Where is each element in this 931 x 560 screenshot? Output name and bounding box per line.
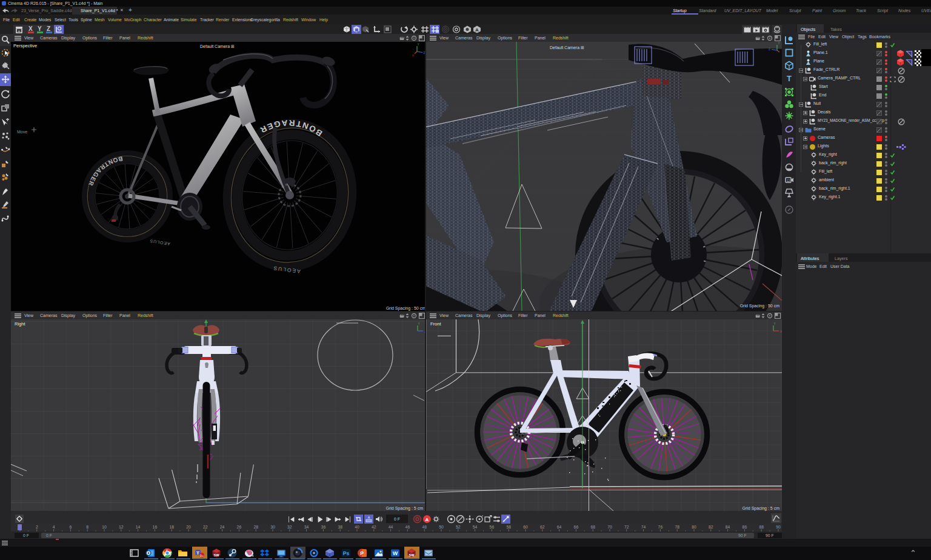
svg-text:Grid Spacing : 5 cm: Grid Spacing : 5 cm — [742, 506, 780, 511]
svg-text:Perspective: Perspective — [13, 43, 37, 48]
svg-text:82: 82 — [709, 525, 713, 529]
svg-text:Z: Z — [769, 47, 770, 51]
svg-text:Right: Right — [15, 321, 25, 327]
svg-text:90: 90 — [776, 525, 781, 529]
svg-text:A: A — [425, 517, 429, 522]
svg-text:Move: Move — [17, 130, 27, 134]
svg-text:2: 2 — [36, 525, 38, 529]
svg-text:68: 68 — [590, 525, 595, 529]
svg-text:36: 36 — [321, 525, 326, 529]
svg-text:50: 50 — [439, 525, 444, 529]
svg-text:58: 58 — [506, 525, 511, 529]
svg-text:52: 52 — [456, 525, 461, 529]
svg-text:SW: SW — [409, 553, 415, 557]
svg-text:22: 22 — [203, 525, 208, 529]
svg-text:64: 64 — [557, 525, 562, 529]
svg-text:Grid Spacing : 50 cm: Grid Spacing : 50 cm — [740, 304, 780, 308]
svg-text:30: 30 — [270, 525, 275, 529]
svg-text:44: 44 — [389, 525, 393, 529]
svg-text:66: 66 — [574, 525, 579, 529]
svg-text:32: 32 — [287, 525, 292, 529]
svg-text:9+: 9+ — [200, 554, 204, 558]
svg-text:46: 46 — [405, 525, 410, 529]
svg-text:62: 62 — [540, 525, 545, 529]
svg-text:48: 48 — [422, 525, 427, 529]
svg-text:10: 10 — [102, 525, 107, 529]
svg-text:16: 16 — [153, 525, 158, 529]
svg-text:20: 20 — [186, 525, 191, 529]
svg-text:Grid Spacing : 5 cm: Grid Spacing : 5 cm — [386, 506, 424, 511]
svg-text:P: P — [360, 550, 364, 556]
svg-text:W: W — [393, 550, 398, 556]
svg-text:4: 4 — [53, 525, 55, 529]
svg-text:86: 86 — [742, 525, 747, 529]
svg-text:Default Camera ⊞: Default Camera ⊞ — [200, 44, 235, 48]
svg-text:54: 54 — [473, 525, 478, 529]
svg-text:26: 26 — [237, 525, 242, 529]
svg-text:Front: Front — [430, 321, 441, 327]
svg-text:T: T — [196, 550, 199, 556]
svg-text:18: 18 — [169, 525, 174, 529]
svg-text:T: T — [787, 74, 792, 83]
svg-text:Default Camera ⊞: Default Camera ⊞ — [550, 45, 584, 50]
svg-text:40: 40 — [355, 525, 359, 529]
svg-text:60: 60 — [523, 525, 528, 529]
svg-text:Ps: Ps — [343, 550, 350, 556]
svg-text:72: 72 — [624, 525, 629, 529]
svg-text:42: 42 — [372, 525, 376, 529]
svg-text:A: A — [475, 27, 479, 33]
svg-text:28: 28 — [253, 525, 258, 529]
svg-text:6: 6 — [70, 525, 72, 529]
svg-text:84: 84 — [726, 525, 730, 529]
svg-text:24: 24 — [220, 525, 225, 529]
svg-text:78: 78 — [675, 525, 679, 529]
svg-text:A: A — [368, 516, 370, 519]
svg-text:70: 70 — [607, 525, 612, 529]
svg-text:14: 14 — [136, 525, 141, 529]
svg-text:88: 88 — [759, 525, 764, 529]
svg-text:Grid Spacing : 50 cm: Grid Spacing : 50 cm — [386, 306, 425, 311]
svg-text:12: 12 — [787, 179, 790, 182]
svg-text:SW: SW — [214, 553, 220, 557]
svg-text:76: 76 — [658, 525, 663, 529]
svg-text:80: 80 — [692, 525, 696, 529]
svg-text:56: 56 — [490, 525, 495, 529]
svg-text:34: 34 — [304, 525, 309, 529]
svg-text:12: 12 — [119, 525, 124, 529]
svg-text:8: 8 — [86, 525, 88, 529]
svg-text:38: 38 — [338, 525, 342, 529]
svg-text:74: 74 — [641, 525, 646, 529]
